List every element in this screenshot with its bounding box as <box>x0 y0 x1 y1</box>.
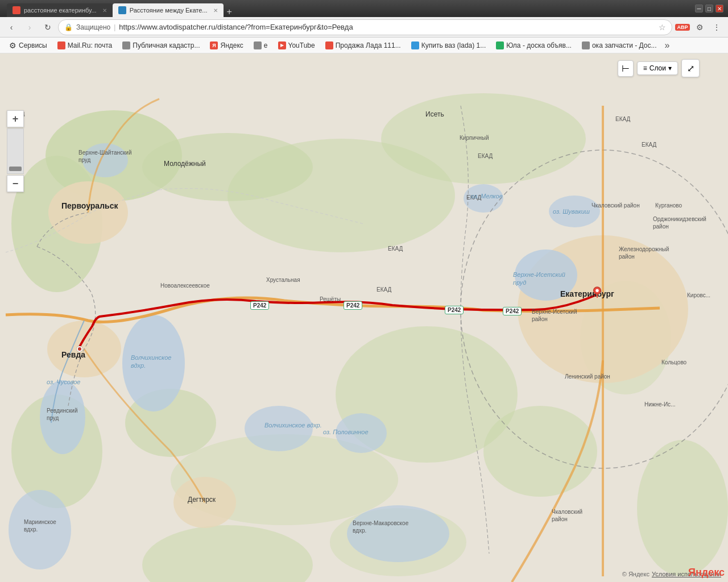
mail-favicon <box>57 41 65 49</box>
layers-chevron-icon: ▾ <box>668 64 672 72</box>
bookmark-lada-label: Продажа Лада 111... <box>336 41 401 49</box>
bookmark-oka[interactable]: ока запчасти - Дос... <box>577 40 661 51</box>
svg-point-19 <box>122 315 185 411</box>
lada-favicon <box>325 41 333 49</box>
tab-1-close[interactable]: ✕ <box>102 7 107 14</box>
bookmark-kadastr-label: Публичная кадастр... <box>133 41 200 49</box>
bookmark-oka-label: ока запчасти - Дос... <box>592 41 657 49</box>
bookmark-services-label: Сервисы <box>19 41 47 49</box>
e-favicon <box>254 41 262 49</box>
close-button[interactable]: ✕ <box>715 5 723 13</box>
bookmark-kadastr[interactable]: Публичная кадастр... <box>118 40 204 51</box>
lock-icon: 🔒 <box>64 23 73 31</box>
oka-favicon <box>582 41 590 49</box>
yula-favicon <box>496 41 504 49</box>
svg-point-22 <box>40 380 85 454</box>
bookmarks-more-icon[interactable]: » <box>663 40 672 51</box>
bookmark-vaz-label: Купить ваз (lada) 1... <box>421 41 486 49</box>
zoom-slider-handle[interactable] <box>9 167 22 171</box>
bookmark-yandex-label: Яндекс <box>220 41 243 49</box>
layer-controls: ⊢ ≡ Слои ▾ ⤢ <box>618 59 700 77</box>
copyright-text: © Яндекс <box>622 571 650 577</box>
toolbar-actions: АВР ⚙ ⋮ <box>675 19 725 35</box>
bookmark-yandex[interactable]: Я Яндекс <box>205 40 247 51</box>
map-background <box>0 53 728 582</box>
bookmark-mail[interactable]: Mail.Ru: почта <box>53 40 117 51</box>
svg-point-21 <box>336 413 387 453</box>
bookmark-vaz[interactable]: Купить ваз (lada) 1... <box>407 40 491 51</box>
bookmark-services[interactable]: ⚙ Сервисы <box>5 40 52 51</box>
back-button[interactable]: ‹ <box>3 19 19 35</box>
tab-2-close[interactable]: ✕ <box>213 7 218 14</box>
kadastr-favicon <box>122 41 130 49</box>
zoom-out-button[interactable]: − <box>7 175 24 192</box>
vaz-favicon <box>411 41 419 49</box>
svg-point-28 <box>347 505 449 562</box>
bookmark-e[interactable]: е <box>249 40 272 51</box>
yandex-favicon: Я <box>210 41 218 49</box>
svg-point-24 <box>515 250 577 301</box>
svg-point-27 <box>82 143 128 177</box>
svg-point-23 <box>9 490 71 569</box>
new-tab-button[interactable]: + <box>224 7 235 17</box>
avp-badge: АВР <box>675 24 689 31</box>
bookmark-star-icon[interactable]: ☆ <box>659 23 666 32</box>
tab-1-label: расстояние екатеринбу... <box>24 7 97 14</box>
tab-2-label: Расстояние между Екате... <box>130 7 208 14</box>
toolbar: ‹ › ↻ 🔒 Защищено | ☆ АВР ⚙ ⋮ <box>0 17 728 38</box>
address-input[interactable] <box>119 23 655 31</box>
bookmark-youtube-label: YouTube <box>288 41 315 49</box>
zoom-in-button[interactable]: + <box>7 110 24 127</box>
window-controls: ─ □ ✕ <box>695 5 723 13</box>
tab-2-favicon <box>118 6 126 14</box>
youtube-favicon: ▶ <box>278 41 286 49</box>
svg-point-25 <box>464 184 503 213</box>
fullscreen-button[interactable]: ⤢ <box>681 59 700 77</box>
bookmark-yula-label: Юла - доска объяв... <box>506 41 572 49</box>
svg-point-26 <box>549 196 600 227</box>
tab-1[interactable]: расстояние екатеринбу... ✕ <box>7 3 113 17</box>
zoom-controls: + − <box>7 110 24 192</box>
secure-label: Защищено <box>76 23 110 31</box>
bookmark-mail-label: Mail.Ru: почта <box>68 41 113 49</box>
avp-button[interactable]: АВР <box>675 19 690 35</box>
address-bar-container: 🔒 Защищено | ☆ <box>58 19 672 35</box>
layers-icon: ≡ <box>643 64 647 72</box>
bookmarks-bar: ⚙ Сервисы Mail.Ru: почта Публичная кадас… <box>0 38 728 53</box>
bookmark-lada[interactable]: Продажа Лада 111... <box>321 40 406 51</box>
forward-button[interactable]: › <box>22 19 38 35</box>
tab-1-favicon <box>13 6 20 14</box>
reload-button[interactable]: ↻ <box>40 19 56 35</box>
layers-button[interactable]: ≡ Слои ▾ <box>637 61 678 75</box>
bookmark-yula[interactable]: Юла - доска объяв... <box>491 40 576 51</box>
bookmark-youtube[interactable]: ▶ YouTube <box>274 40 320 51</box>
titlebar: расстояние екатеринбу... ✕ Расстояние ме… <box>0 0 728 17</box>
menu-button[interactable]: ⋮ <box>709 19 725 35</box>
svg-point-20 <box>245 406 313 451</box>
svg-point-5 <box>381 93 586 184</box>
bookmark-e-label: е <box>264 41 268 49</box>
map-container[interactable]: Екатеринбург Ревда Первоуральск Дегтярск… <box>0 53 728 582</box>
zoom-slider[interactable] <box>7 128 24 174</box>
svg-point-13 <box>637 440 728 576</box>
tab-2[interactable]: Расстояние между Екате... ✕ <box>113 3 224 17</box>
fullscreen-icon: ⤢ <box>687 63 694 74</box>
separator: | <box>114 23 115 31</box>
yandex-logo: Яндекс <box>688 567 725 579</box>
services-icon: ⚙ <box>9 41 16 50</box>
svg-point-9 <box>483 406 597 497</box>
extensions-button[interactable]: ⚙ <box>692 19 708 35</box>
minimize-button[interactable]: ─ <box>695 5 703 13</box>
maximize-button[interactable]: □ <box>705 5 713 13</box>
tabs-bar: расстояние екатеринбу... ✕ Расстояние ме… <box>5 0 235 17</box>
ruler-button[interactable]: ⊢ <box>618 60 634 77</box>
pin-revda <box>77 346 82 352</box>
layers-label: Слои <box>650 64 666 72</box>
